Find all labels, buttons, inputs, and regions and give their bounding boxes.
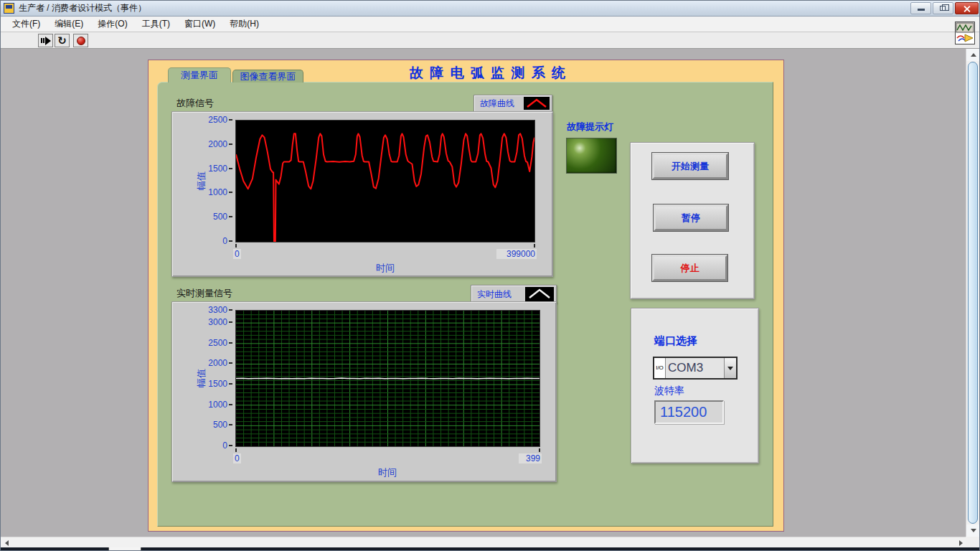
y-tick: 0 [222, 235, 232, 247]
start-measure-button[interactable]: 开始测量 [652, 153, 728, 179]
y-tick: 500 [213, 211, 232, 222]
port-select-label: 端口选择 [654, 334, 697, 348]
com-port-value: COM3 [666, 358, 724, 378]
y-tick: 2000 [208, 357, 232, 369]
fault-curve-icon [524, 97, 550, 110]
close-button[interactable] [955, 2, 979, 14]
run-button[interactable] [38, 34, 53, 47]
menu-help[interactable]: 帮助(H) [222, 17, 266, 32]
scroll-down-icon [971, 529, 976, 532]
y-tick: 2500 [208, 114, 232, 126]
abort-button[interactable] [73, 34, 88, 47]
io-icon: I/O [654, 358, 666, 378]
restore-icon [940, 6, 946, 11]
fault-led-indicator [566, 138, 617, 174]
com-port-combo[interactable]: I/O COM3 [653, 357, 738, 380]
pause-button[interactable]: 暂停 [654, 204, 728, 231]
taskbar-edge [1, 547, 980, 551]
scroll-left-button[interactable] [1, 537, 13, 548]
run-continuous-icon: ↻ [57, 35, 67, 46]
y-tick: 1000 [208, 399, 232, 410]
tab-measure[interactable]: 测量界面 [168, 67, 231, 83]
y-tick: 2000 [208, 138, 232, 150]
fault-chart-label: 故障信号 [176, 97, 214, 110]
realtime-x-axis-label: 时间 [378, 466, 397, 479]
minimize-icon [918, 9, 925, 11]
combo-dropdown-button[interactable] [724, 358, 736, 378]
fault-y-axis-label: 幅值 [195, 171, 208, 190]
menu-edit[interactable]: 编辑(E) [47, 17, 90, 32]
y-tick: 1000 [208, 187, 232, 198]
realtime-curve-icon [525, 287, 554, 301]
realtime-legend-label: 实时曲线 [477, 288, 512, 301]
scroll-up-icon [971, 53, 976, 57]
realtime-y-axis-label: 幅值 [195, 369, 208, 387]
fault-led-label: 故障提示灯 [567, 121, 613, 133]
fault-x-min: 0 [233, 249, 241, 259]
abort-icon [77, 37, 85, 45]
realtime-x-min: 0 [233, 453, 241, 463]
fault-x-max: 399000 [496, 249, 537, 259]
baud-rate-value[interactable]: 115200 [654, 400, 724, 424]
realtime-x-max: 399 [519, 453, 542, 463]
scroll-up-button[interactable] [966, 49, 980, 61]
scrollbar-corner [966, 537, 979, 547]
stop-button[interactable]: 停止 [652, 255, 727, 281]
restore-button[interactable] [933, 2, 953, 14]
menu-bar: 文件(F) 编辑(E) 操作(O) 工具(T) 窗口(W) 帮助(H) [1, 17, 980, 32]
taskbar-peek [108, 547, 141, 551]
run-icon [41, 37, 51, 45]
y-tick: 3000 [208, 316, 232, 328]
port-panel [631, 308, 759, 463]
y-tick: 2500 [208, 337, 232, 349]
realtime-chart-label: 实时测量信号 [176, 287, 232, 300]
labview-logo-icon [955, 22, 975, 44]
y-tick: 1500 [208, 163, 232, 174]
y-tick: 500 [213, 419, 232, 430]
vertical-scrollbar[interactable] [966, 49, 979, 537]
scroll-down-button[interactable] [966, 524, 980, 537]
run-continuous-button[interactable]: ↻ [55, 34, 70, 47]
window-title: 生产者 / 消费者设计模式（事件） [19, 2, 146, 14]
page-title: 故 障 电 弧 监 测 系 统 [410, 64, 567, 83]
menu-window[interactable]: 窗口(W) [177, 17, 222, 32]
labview-window: 生产者 / 消费者设计模式（事件） 文件(F) 编辑(E) 操作(O) 工具(T… [0, 0, 980, 551]
scroll-left-icon [5, 540, 9, 546]
tab-image-view[interactable]: 图像查看界面 [232, 70, 303, 83]
scroll-right-icon [959, 540, 963, 546]
y-tick: 3300 [208, 304, 232, 316]
vertical-scroll-thumb[interactable] [968, 62, 978, 524]
horizontal-scrollbar[interactable] [1, 537, 967, 547]
fault-legend[interactable]: 故障曲线 [473, 95, 552, 112]
menu-operate[interactable]: 操作(O) [90, 17, 134, 32]
menu-file[interactable]: 文件(F) [5, 17, 47, 32]
baud-rate-label: 波特率 [654, 385, 684, 397]
fault-x-axis-label: 时间 [376, 262, 395, 275]
menu-tools[interactable]: 工具(T) [135, 17, 177, 32]
title-bar: 生产者 / 消费者设计模式（事件） [1, 1, 980, 17]
y-tick: 0 [222, 440, 232, 451]
toolbar: ↻ [1, 32, 980, 49]
y-tick: 1500 [208, 378, 232, 390]
realtime-plot-area [235, 310, 540, 447]
app-icon [4, 3, 14, 14]
minimize-button[interactable] [910, 2, 931, 14]
fault-legend-label: 故障曲线 [480, 98, 514, 110]
fault-plot-area [235, 120, 535, 242]
